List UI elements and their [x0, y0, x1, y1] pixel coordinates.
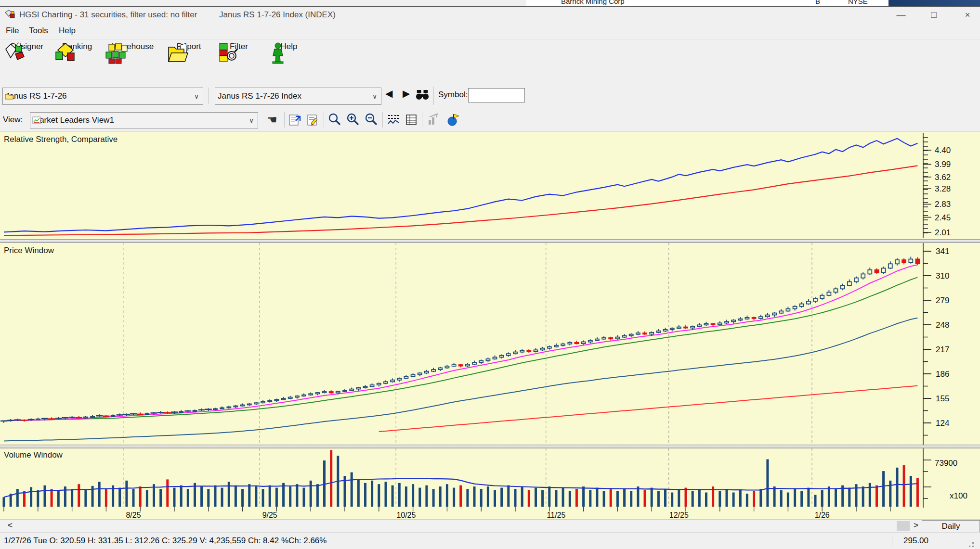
rs-panel-title: Relative Strength, Comparative [4, 135, 118, 144]
menu-file[interactable]: File [6, 26, 19, 36]
separator [208, 88, 209, 104]
relative-strength-chart[interactable]: 4.40 3.99 3.62 3.28 2.83 2.45 2.01 [0, 131, 980, 239]
symbol-input[interactable] [468, 88, 525, 102]
designer-icon [4, 42, 27, 64]
chevron-down-icon: ∨ [190, 92, 203, 100]
svg-text:9/25: 9/25 [262, 511, 277, 519]
chart-disabled-icon [427, 112, 443, 128]
svg-text:2.45: 2.45 [935, 213, 951, 222]
indicator-settings-icon[interactable] [386, 112, 403, 128]
separator [433, 87, 434, 105]
svg-text:8/25: 8/25 [126, 511, 141, 519]
warehouse-icon [104, 42, 129, 64]
view-dropdown-value: Market Leaders View1 [30, 115, 245, 125]
main-toolbar: Designer Ranking Warehouse Report [0, 39, 980, 83]
background-col-b-cell: B [815, 0, 820, 5]
selector-row: Janus RS 1-7-26 ∨ Janus RS 1-7-26 Index … [0, 83, 980, 110]
maximize-button[interactable]: □ [923, 8, 945, 22]
svg-text:3.28: 3.28 [935, 184, 951, 193]
group-dropdown-value: Janus RS 1-7-26 [3, 91, 190, 101]
binoculars-icon[interactable] [415, 89, 430, 101]
title-bar: HGSI Charting - 31 securities, filter us… [0, 7, 980, 23]
scroll-right-arrow[interactable]: > [914, 521, 918, 530]
scrollbar-thumb[interactable] [897, 521, 910, 531]
menu-help[interactable]: Help [59, 26, 76, 36]
view-label: View: [3, 115, 23, 125]
publish-icon[interactable] [446, 112, 462, 128]
svg-text:186: 186 [936, 370, 949, 379]
close-button[interactable]: × [956, 8, 979, 22]
svg-text:x100: x100 [950, 491, 967, 500]
security-dropdown[interactable]: Janus RS 1-7-26 Index ∨ [215, 88, 381, 105]
svg-text:73900: 73900 [935, 459, 957, 468]
scroll-left-arrow[interactable]: < [8, 521, 13, 530]
group-dropdown[interactable]: Janus RS 1-7-26 ∨ [2, 88, 203, 105]
panel-splitter[interactable] [0, 239, 980, 243]
previous-security-arrow[interactable]: ◀ [385, 88, 392, 99]
edit-view-icon[interactable] [306, 112, 323, 128]
svg-text:124: 124 [936, 419, 949, 428]
panel-splitter[interactable] [0, 445, 980, 448]
menu-tools[interactable]: Tools [29, 26, 48, 36]
ohlc-status-text: 1/27/26 Tue O: 320.59 H: 331.35 L: 312.2… [4, 536, 327, 546]
svg-text:341: 341 [936, 247, 949, 256]
report-icon [166, 42, 189, 64]
svg-text:10/25: 10/25 [396, 511, 416, 519]
separator [422, 112, 422, 128]
document-title: Janus RS 1-7-26 Index (INDEX) [219, 10, 336, 20]
symbol-label: Symbol: [438, 90, 468, 100]
separator [382, 112, 383, 128]
report-button[interactable]: Report [166, 41, 212, 82]
svg-text:4.40: 4.40 [935, 146, 951, 155]
price-chart[interactable]: 341 310 279 248 217 186 155 124 [0, 243, 980, 445]
properties-icon[interactable] [288, 112, 304, 128]
svg-text:248: 248 [936, 320, 949, 330]
status-bar: 1/27/26 Tue O: 320.59 H: 331.35 L: 312.2… [0, 532, 980, 549]
window-title: HGSI Charting - 31 securities, filter us… [19, 10, 197, 20]
ranking-icon [54, 42, 77, 64]
price-readout: 295.00 [903, 536, 928, 546]
minimize-button[interactable]: — [890, 8, 912, 22]
svg-text:11/25: 11/25 [547, 511, 566, 519]
background-selected-cell [889, 0, 980, 6]
filter-button[interactable]: Filter [216, 41, 262, 82]
zoom-reset-icon[interactable] [327, 112, 344, 128]
periodicity-button[interactable]: Daily [922, 520, 980, 533]
svg-text:155: 155 [936, 394, 949, 403]
separator [892, 535, 892, 548]
svg-text:2.83: 2.83 [935, 200, 951, 209]
svg-text:310: 310 [936, 271, 949, 281]
zoom-in-icon[interactable] [346, 112, 362, 128]
designer-button[interactable]: Designer [4, 41, 50, 82]
menu-bar: File Tools Help [0, 23, 980, 39]
zoom-out-icon[interactable] [364, 112, 380, 128]
chevron-down-icon: ∨ [368, 92, 381, 100]
background-exchange-cell: NYSE [848, 0, 868, 5]
security-dropdown-value: Janus RS 1-7-26 Index [215, 91, 368, 101]
svg-text:3.99: 3.99 [935, 160, 951, 169]
resize-grip[interactable] [972, 542, 974, 544]
help-button[interactable]: Help [266, 41, 312, 82]
separator [284, 112, 285, 128]
svg-text:2.01: 2.01 [935, 228, 951, 237]
svg-text:12/25: 12/25 [669, 511, 689, 519]
help-icon [266, 42, 289, 64]
chart-view-icon [32, 116, 41, 124]
data-table-icon[interactable] [405, 112, 421, 128]
goto-hand-icon[interactable]: ☚ [264, 112, 280, 128]
ranking-button[interactable]: Ranking [54, 41, 100, 82]
background-table-row: Barrick Mining Corp B NYSE [526, 0, 889, 6]
horizontal-scrollbar: < > Daily [0, 519, 980, 533]
next-security-arrow[interactable]: ▶ [403, 88, 410, 99]
volume-panel-title: Volume Window [4, 450, 63, 460]
background-company-cell: Barrick Mining Corp [561, 0, 625, 5]
svg-text:1/26: 1/26 [815, 511, 830, 519]
app-icon [5, 10, 16, 20]
warehouse-button[interactable]: Warehouse [104, 41, 162, 82]
view-dropdown[interactable]: Market Leaders View1 ∨ [30, 112, 258, 128]
svg-text:217: 217 [936, 345, 949, 354]
background-window-strip[interactable]: Barrick Mining Corp B NYSE [0, 0, 980, 7]
filter-icon [216, 42, 239, 64]
volume-chart[interactable]: 73900x1008/259/2510/2511/2512/251/26 [0, 448, 980, 519]
svg-text:3.62: 3.62 [935, 173, 951, 182]
